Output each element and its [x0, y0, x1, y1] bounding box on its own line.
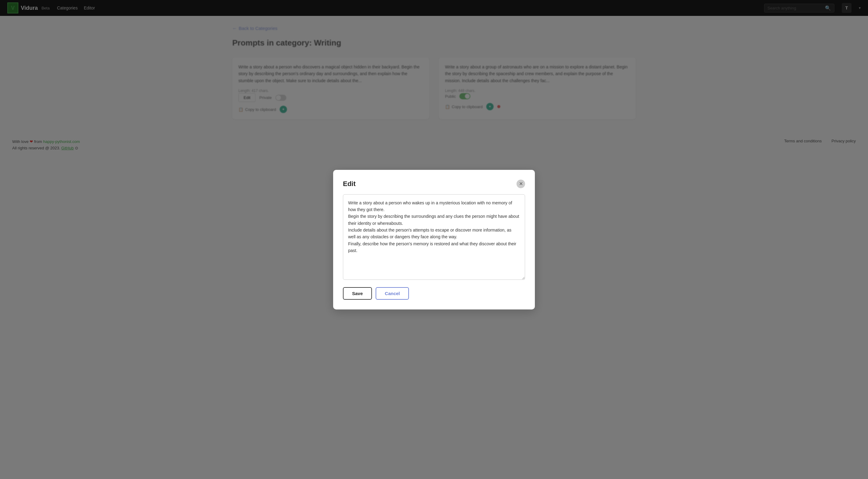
modal-textarea[interactable]	[343, 194, 525, 280]
modal-close-button[interactable]: ✕	[517, 180, 525, 188]
edit-modal: Edit ✕ Save Cancel	[333, 170, 535, 310]
modal-overlay: Edit ✕ Save Cancel	[0, 0, 868, 479]
modal-footer: Save Cancel	[343, 287, 525, 300]
close-icon: ✕	[519, 181, 523, 187]
modal-title: Edit	[343, 180, 356, 188]
save-button[interactable]: Save	[343, 287, 372, 300]
cancel-button[interactable]: Cancel	[376, 287, 409, 300]
modal-header: Edit ✕	[343, 180, 525, 188]
